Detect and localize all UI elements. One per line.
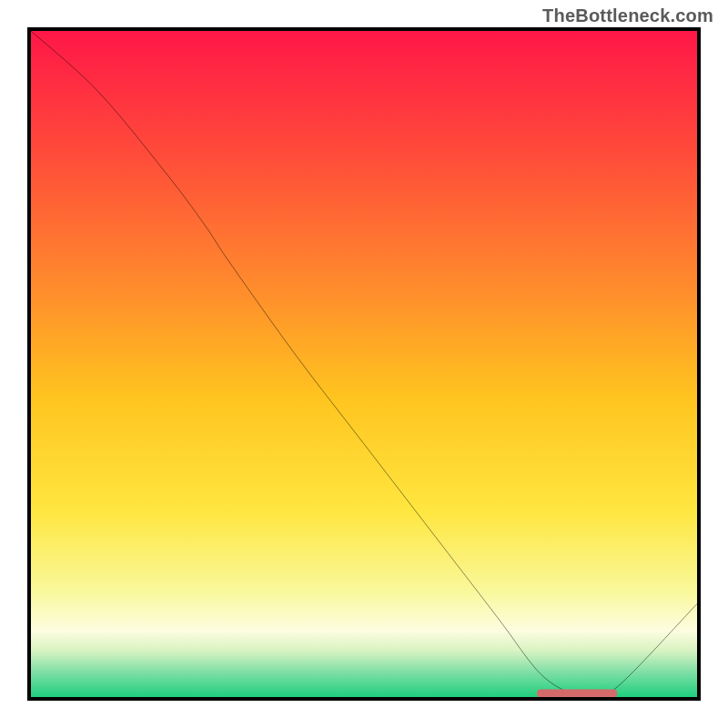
curve-line: [31, 31, 697, 697]
optimum-marker: [537, 690, 617, 698]
plot-area: [27, 27, 701, 701]
chart-canvas: TheBottleneck.com: [0, 0, 728, 728]
attribution-label: TheBottleneck.com: [542, 5, 713, 26]
